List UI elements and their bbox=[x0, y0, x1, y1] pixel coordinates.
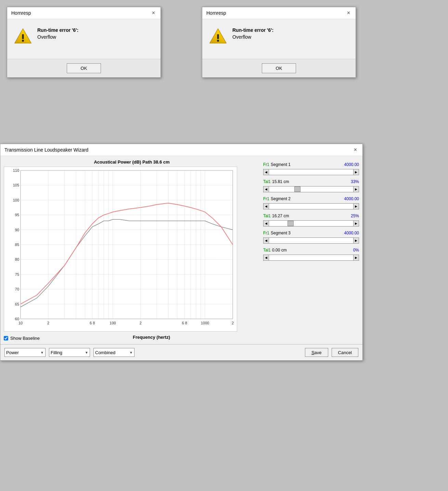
segment1-label: Segment 1 bbox=[271, 162, 291, 167]
segment1-tal-left-arrow[interactable]: ◀ bbox=[264, 186, 269, 192]
dialog2-footer: OK bbox=[202, 59, 356, 77]
combined-dropdown[interactable]: Combined ▼ bbox=[93, 348, 135, 357]
segment3-fr-right-arrow[interactable]: ▶ bbox=[353, 238, 359, 243]
dialog2-titlebar: Hornresp × bbox=[202, 7, 356, 19]
segment1-tal-slider[interactable]: ◀ ▶ bbox=[263, 186, 359, 192]
filling-dropdown-arrow: ▼ bbox=[85, 351, 88, 354]
dialog1-footer: OK bbox=[7, 59, 161, 77]
dialog2: Hornresp × Run-time error '6': Overflow bbox=[202, 7, 356, 78]
warning-icon bbox=[14, 27, 32, 45]
acoustical-power-chart bbox=[4, 167, 237, 332]
dialog1-error-message: Overflow bbox=[37, 34, 78, 40]
filling-dropdown-label: Filling bbox=[51, 350, 84, 355]
dialog2-body: Run-time error '6': Overflow bbox=[202, 19, 356, 59]
show-baseline-row: Show Baseline bbox=[4, 336, 40, 341]
chart-area: Acoustical Power (dB) Path 38.6 cm Show … bbox=[4, 159, 260, 341]
dialog1-body: Run-time error '6': Overflow bbox=[7, 19, 161, 59]
svg-point-5 bbox=[217, 40, 219, 42]
segment1-tal-pct: 33% bbox=[351, 179, 359, 184]
filling-dropdown[interactable]: Filling ▼ bbox=[49, 348, 90, 357]
dialog1-message-row: Run-time error '6': Overflow bbox=[14, 27, 154, 45]
dialog2-message-row: Run-time error '6': Overflow bbox=[209, 27, 349, 45]
right-panel: Fr1 Segment 1 4000.00 ◀ ▶ Tal1 15.81 cm … bbox=[263, 159, 359, 341]
dialog1-error-title: Run-time error '6': bbox=[37, 27, 78, 33]
svg-point-2 bbox=[22, 40, 24, 42]
dialog2-ok-button[interactable]: OK bbox=[262, 63, 296, 73]
segment3-value: 4000.00 bbox=[344, 231, 359, 235]
segment1-value: 4000.00 bbox=[344, 162, 359, 167]
segment2-fr-slider-inner[interactable] bbox=[269, 204, 353, 209]
dialog2-title: Hornresp bbox=[206, 10, 226, 16]
chart-container bbox=[4, 167, 260, 332]
chart-title: Acoustical Power (dB) Path 38.6 cm bbox=[4, 159, 260, 165]
main-close-button[interactable]: × bbox=[353, 147, 358, 153]
segment2-tal-right-arrow[interactable]: ▶ bbox=[353, 221, 359, 226]
segment3-tal-slider[interactable]: ◀ ▶ bbox=[263, 255, 359, 261]
dialog2-text: Run-time error '6': Overflow bbox=[232, 27, 273, 40]
segment3-fr-slider-inner[interactable] bbox=[269, 238, 353, 243]
power-dropdown-label: Power bbox=[6, 350, 39, 355]
segment2-value: 4000.00 bbox=[344, 196, 359, 201]
dialog1-titlebar: Hornresp × bbox=[7, 7, 161, 19]
segment1-fr-right-arrow[interactable]: ▶ bbox=[353, 169, 359, 175]
segment1-tal-right-arrow[interactable]: ▶ bbox=[353, 186, 359, 192]
segment1-green-label: Fr1 bbox=[263, 162, 269, 167]
segment2-tal-slider-inner[interactable] bbox=[269, 221, 353, 226]
main-window: Transmission Line Loudspeaker Wizard × A… bbox=[0, 144, 363, 361]
segment2-label: Segment 2 bbox=[271, 196, 291, 201]
segment2-fr-left-arrow[interactable]: ◀ bbox=[264, 204, 269, 209]
main-content: Acoustical Power (dB) Path 38.6 cm Show … bbox=[0, 156, 362, 344]
power-dropdown-arrow: ▼ bbox=[40, 351, 44, 354]
segment3-tal-pct: 0% bbox=[353, 248, 359, 253]
dialog1: Hornresp × Run-time error '6': Overflow bbox=[7, 7, 161, 78]
segment1-fr-slider[interactable]: ◀ ▶ bbox=[263, 169, 359, 175]
segment2-tal-cm: 16.27 cm bbox=[272, 214, 289, 218]
main-title: Transmission Line Loudspeaker Wizard bbox=[4, 147, 88, 153]
warning-icon-2 bbox=[209, 27, 227, 45]
dialog1-close-button[interactable]: × bbox=[151, 10, 156, 16]
dialog2-error-message: Overflow bbox=[232, 34, 273, 40]
show-baseline-checkbox[interactable] bbox=[4, 336, 8, 340]
segment2-tal-row: Tal1 16.27 cm 25% bbox=[263, 214, 359, 218]
segment3-fr-slider[interactable]: ◀ ▶ bbox=[263, 237, 359, 244]
segment1-tal-thumb[interactable] bbox=[294, 186, 300, 192]
segment1-tal-cm: 15.81 cm bbox=[272, 179, 289, 184]
segment3-tal-left-arrow[interactable]: ◀ bbox=[264, 255, 269, 260]
show-baseline-label: Show Baseline bbox=[10, 336, 40, 341]
segment1-header-row: Fr1 Segment 1 4000.00 bbox=[263, 162, 359, 167]
segment1-fr-slider-inner[interactable] bbox=[269, 169, 353, 175]
combined-dropdown-arrow: ▼ bbox=[129, 351, 133, 354]
segment1-fr-left-arrow[interactable]: ◀ bbox=[264, 169, 269, 175]
power-dropdown[interactable]: Power ▼ bbox=[4, 348, 46, 357]
dialog1-title: Hornresp bbox=[11, 10, 31, 16]
segment2-tal-thumb[interactable] bbox=[287, 221, 294, 226]
combined-dropdown-label: Combined bbox=[95, 350, 128, 355]
segment3-fr-left-arrow[interactable]: ◀ bbox=[264, 238, 269, 243]
segment3-green-label: Fr1 bbox=[263, 231, 269, 235]
segment3-tal-row: Tal1 0.00 cm 0% bbox=[263, 248, 359, 253]
segment2-fr-right-arrow[interactable]: ▶ bbox=[353, 204, 359, 209]
svg-rect-1 bbox=[22, 34, 24, 39]
segment2-tal-pct: 25% bbox=[351, 214, 359, 218]
segment3-label: Segment 3 bbox=[271, 231, 291, 235]
segment2-fr-slider[interactable]: ◀ ▶ bbox=[263, 203, 359, 209]
segment3-tal-cm: 0.00 cm bbox=[272, 248, 287, 253]
dialog2-close-button[interactable]: × bbox=[346, 10, 351, 16]
main-titlebar: Transmission Line Loudspeaker Wizard × bbox=[0, 144, 362, 156]
segment2-tal-label: Tal1 bbox=[263, 214, 271, 218]
dialog1-ok-button[interactable]: OK bbox=[67, 63, 101, 73]
save-button-label: Save bbox=[311, 350, 322, 355]
dialog2-error-title: Run-time error '6': bbox=[232, 27, 273, 33]
segment1-tal-slider-inner[interactable] bbox=[269, 186, 353, 192]
segment3-tal-label: Tal1 bbox=[263, 248, 271, 253]
segment3-tal-right-arrow[interactable]: ▶ bbox=[353, 255, 359, 260]
save-button[interactable]: Save bbox=[305, 348, 328, 357]
svg-rect-4 bbox=[217, 34, 219, 39]
segment3-header-row: Fr1 Segment 3 4000.00 bbox=[263, 231, 359, 235]
cancel-button[interactable]: Cancel bbox=[332, 348, 358, 357]
segment2-tal-slider[interactable]: ◀ ▶ bbox=[263, 220, 359, 227]
x-axis-label: Frequency (hertz) bbox=[133, 335, 170, 340]
segment3-tal-slider-inner[interactable] bbox=[269, 255, 353, 260]
segment2-tal-left-arrow[interactable]: ◀ bbox=[264, 221, 269, 226]
segment2-header-row: Fr1 Segment 2 4000.00 bbox=[263, 196, 359, 201]
